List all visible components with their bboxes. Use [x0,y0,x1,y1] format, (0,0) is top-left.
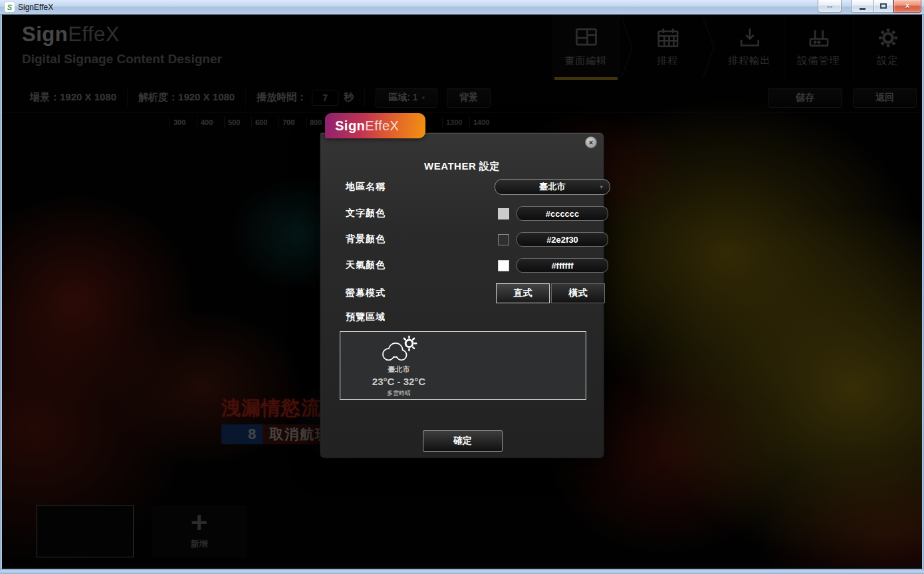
text-color-input[interactable] [517,206,608,221]
region-name-label: 地區名稱 [346,181,386,193]
close-dialog-button[interactable]: × [585,136,597,148]
screen-mode-label: 螢幕模式 [346,287,386,299]
background-color-input[interactable] [517,232,608,247]
background-color-label: 背景顏色 [346,233,386,245]
application-window: S SignEffeX ⇔ × SignEffeX Digital Signag… [0,0,924,574]
landscape-mode-button[interactable]: 橫式 [551,283,605,303]
weather-widget: 臺北市 23°C - 32°C 多雲時晴 [359,335,439,398]
weather-city: 臺北市 [388,364,410,374]
region-select[interactable]: 臺北市 ▾ [495,179,610,195]
window-border-left [0,15,2,569]
region-select-value: 臺北市 [540,181,566,193]
minimize-icon [860,8,866,10]
weather-color-label: 天氣顏色 [346,259,386,271]
modal-logo-primary: Sign [335,118,365,134]
weather-color-swatch[interactable] [498,260,509,271]
confirm-button[interactable]: 確定 [423,430,503,452]
app-icon: S [5,2,15,12]
text-color-swatch[interactable] [498,208,509,219]
weather-temperature: 23°C - 32°C [372,376,425,387]
dialog-title: WEATHER 設定 [320,160,604,173]
window-titlebar: S SignEffeX ⇔ × [0,0,924,15]
partly-cloudy-icon [380,335,418,363]
modal-logo-secondary: EffeX [365,118,399,134]
window-title: SignEffeX [18,3,53,12]
minimize-button[interactable] [851,0,873,13]
chevron-down-icon: ▾ [600,184,603,190]
weather-settings-dialog: × WEATHER 設定 地區名稱 臺北市 ▾ 文字顏色 背景顏色 天氣顏色 螢… [320,132,604,458]
weather-condition: 多雲時晴 [387,389,411,398]
weather-color-input[interactable] [517,258,608,273]
window-arrows-button[interactable]: ⇔ [818,0,842,13]
maximize-icon [880,3,887,9]
modal-logo-tab: SignEffeX [325,113,425,138]
text-color-label: 文字顏色 [346,208,386,219]
close-window-button[interactable]: × [893,0,921,13]
background-color-swatch[interactable] [498,234,509,245]
preview-area-label: 預覽區域 [346,311,386,323]
weather-preview-area: 臺北市 23°C - 32°C 多雲時晴 [340,331,586,400]
maximize-button[interactable] [873,0,893,13]
window-border-bottom [0,569,924,574]
portrait-mode-button[interactable]: 直式 [496,283,550,303]
